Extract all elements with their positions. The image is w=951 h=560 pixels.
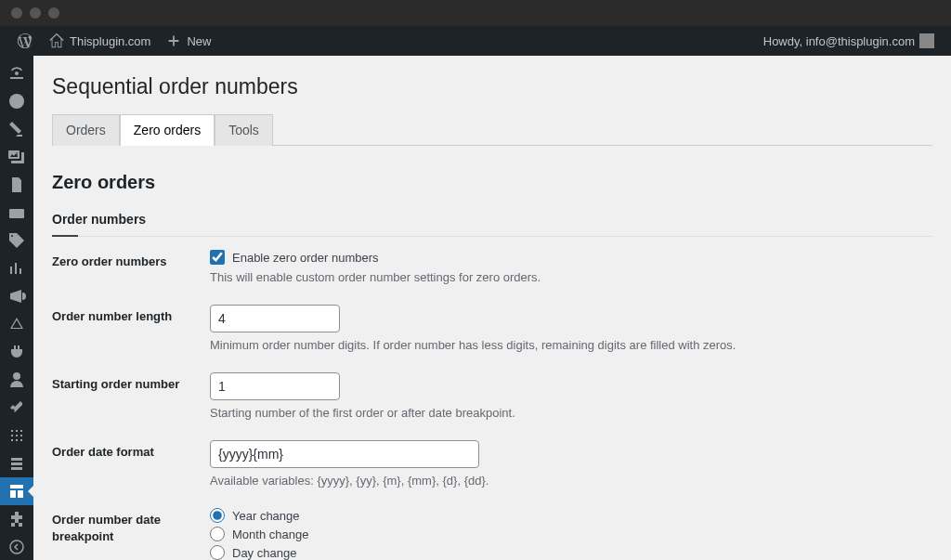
sidebar-marketing[interactable]	[0, 282, 33, 310]
sidebar-analytics[interactable]	[0, 254, 33, 282]
breakpoint-month-radio[interactable]	[210, 527, 225, 541]
svg-point-2	[10, 540, 23, 553]
order-date-format-label: Order date format	[52, 440, 210, 461]
order-number-length-description: Minimum order number digits. If order nu…	[210, 338, 932, 352]
new-link[interactable]: New	[158, 26, 218, 56]
sidebar-settings[interactable]	[0, 422, 33, 449]
new-label: New	[187, 34, 211, 48]
order-date-format-description: Available variables: {yyyy}, {yy}, {m}, …	[210, 474, 932, 488]
order-number-length-label: Order number length	[52, 305, 210, 325]
sidebar-woocommerce[interactable]	[0, 199, 33, 227]
sidebar-pages[interactable]	[0, 171, 33, 199]
sidebar-plugin1[interactable]	[0, 449, 33, 477]
sidebar-media[interactable]	[0, 143, 33, 171]
subheading: Zero orders	[52, 172, 932, 193]
order-number-breakpoint-label: Order number date breakpoint	[52, 508, 210, 545]
sidebar-thisplugin[interactable]	[0, 477, 33, 505]
starting-order-number-description: Starting number of the first order or af…	[210, 406, 932, 420]
chrome-minimize-icon[interactable]	[30, 7, 41, 19]
tab-zero-orders[interactable]: Zero orders	[120, 114, 215, 146]
sidebar-posts[interactable]	[0, 115, 33, 143]
zero-order-numbers-checkbox[interactable]	[210, 250, 225, 265]
tab-orders[interactable]: Orders	[52, 114, 120, 146]
breakpoint-month-label: Month change	[232, 527, 308, 541]
sidebar-users[interactable]	[0, 366, 33, 394]
sidebar-plugin2[interactable]	[0, 505, 33, 533]
zero-order-numbers-checkbox-label: Enable zero order numbers	[232, 251, 379, 265]
sidebar-products[interactable]	[0, 227, 33, 254]
starting-order-number-label: Starting order number	[52, 372, 210, 393]
svg-rect-1	[9, 209, 24, 218]
plus-icon	[165, 33, 182, 49]
howdy-text: Howdy, info@thisplugin.com	[763, 34, 915, 48]
order-number-length-input[interactable]	[210, 305, 340, 332]
sidebar-jetpack[interactable]	[0, 87, 33, 115]
site-link[interactable]: Thisplugin.com	[41, 26, 158, 56]
site-name: Thisplugin.com	[70, 34, 150, 48]
content-area: Sequential order numbers Orders Zero ord…	[33, 56, 951, 560]
chrome-maximize-icon[interactable]	[48, 7, 59, 19]
order-date-format-input[interactable]	[210, 440, 479, 468]
svg-point-0	[9, 94, 24, 109]
chrome-close-icon[interactable]	[11, 7, 22, 19]
howdy-link[interactable]: Howdy, info@thisplugin.com	[756, 26, 942, 56]
page-title: Sequential order numbers	[52, 74, 932, 99]
wp-logo[interactable]	[9, 26, 41, 56]
admin-sidebar	[0, 56, 33, 560]
admin-bar: Thisplugin.com New Howdy, info@thisplugi…	[0, 26, 951, 56]
breakpoint-day-radio[interactable]	[210, 545, 225, 560]
avatar	[919, 33, 934, 48]
sidebar-collapse[interactable]	[0, 533, 33, 560]
breakpoint-day-label: Day change	[232, 546, 296, 560]
sidebar-tools[interactable]	[0, 394, 33, 422]
zero-order-numbers-description: This will enable custom order number set…	[210, 270, 932, 284]
section-heading: Order numbers	[52, 212, 932, 237]
starting-order-number-input[interactable]	[210, 372, 340, 400]
window-chrome	[0, 0, 951, 26]
sidebar-appearance[interactable]	[0, 310, 33, 338]
zero-order-numbers-label: Zero order numbers	[52, 250, 210, 270]
sidebar-dashboard[interactable]	[0, 59, 33, 87]
wordpress-icon	[17, 33, 33, 49]
tab-tools[interactable]: Tools	[215, 114, 273, 146]
breakpoint-year-label: Year change	[232, 509, 300, 523]
sidebar-plugins[interactable]	[0, 338, 33, 366]
home-icon	[48, 33, 65, 49]
breakpoint-year-radio[interactable]	[210, 508, 225, 523]
tabs-nav: Orders Zero orders Tools	[52, 114, 932, 146]
